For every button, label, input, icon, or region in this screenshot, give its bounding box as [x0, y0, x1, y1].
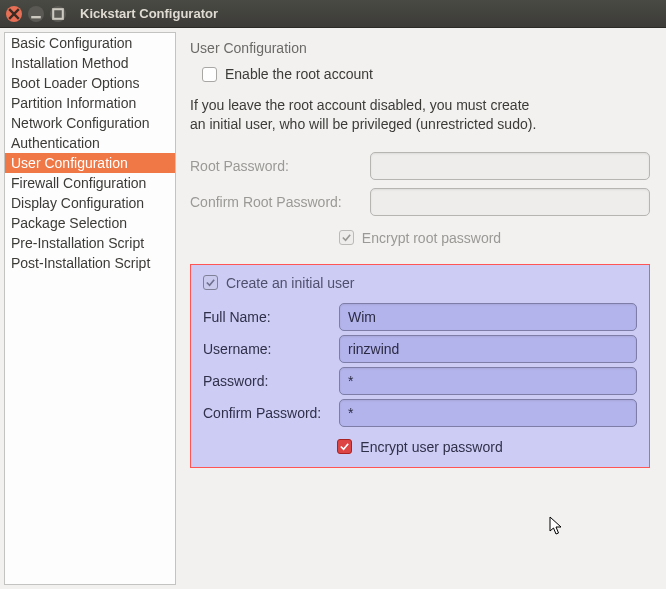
sidebar-item-display-configuration[interactable]: Display Configuration: [5, 193, 175, 213]
root-password-input: [370, 152, 650, 180]
sidebar-item-label: Display Configuration: [11, 195, 144, 211]
window-title: Kickstart Configurator: [80, 6, 218, 21]
titlebar: Kickstart Configurator: [0, 0, 666, 28]
confirm-password-label: Confirm Password:: [203, 405, 331, 421]
sidebar-item-user-configuration[interactable]: User Configuration: [5, 153, 175, 173]
sidebar-item-label: Boot Loader Options: [11, 75, 139, 91]
sidebar-item-firewall-configuration[interactable]: Firewall Configuration: [5, 173, 175, 193]
sidebar-item-network-configuration[interactable]: Network Configuration: [5, 113, 175, 133]
root-password-label: Root Password:: [190, 158, 362, 174]
full-name-input[interactable]: [339, 303, 637, 331]
sidebar-item-label: User Configuration: [11, 155, 128, 171]
sidebar-item-boot-loader-options[interactable]: Boot Loader Options: [5, 73, 175, 93]
info-text: If you leave the root account disabled, …: [190, 96, 650, 134]
sidebar-item-label: Installation Method: [11, 55, 129, 71]
confirm-password-input[interactable]: [339, 399, 637, 427]
password-label: Password:: [203, 373, 331, 389]
sidebar-item-package-selection[interactable]: Package Selection: [5, 213, 175, 233]
sidebar-item-partition-information[interactable]: Partition Information: [5, 93, 175, 113]
sidebar-item-authentication[interactable]: Authentication: [5, 133, 175, 153]
encrypt-user-password-label: Encrypt user password: [360, 439, 502, 455]
sidebar-item-label: Package Selection: [11, 215, 127, 231]
sidebar-item-label: Basic Configuration: [11, 35, 132, 51]
sidebar-item-label: Post-Installation Script: [11, 255, 150, 271]
close-icon[interactable]: [6, 6, 22, 22]
sidebar-item-basic-configuration[interactable]: Basic Configuration: [5, 33, 175, 53]
enable-root-checkbox[interactable]: [202, 67, 217, 82]
svg-rect-0: [53, 9, 63, 19]
sidebar-item-label: Firewall Configuration: [11, 175, 146, 191]
sidebar: Basic Configuration Installation Method …: [4, 32, 176, 585]
username-label: Username:: [203, 341, 331, 357]
encrypt-root-label: Encrypt root password: [362, 230, 501, 246]
maximize-icon[interactable]: [50, 6, 66, 22]
app-window: Kickstart Configurator Basic Configurati…: [0, 0, 666, 589]
sidebar-item-label: Pre-Installation Script: [11, 235, 144, 251]
sidebar-item-pre-installation-script[interactable]: Pre-Installation Script: [5, 233, 175, 253]
info-line-1: If you leave the root account disabled, …: [190, 96, 650, 115]
confirm-root-password-input: [370, 188, 650, 216]
sidebar-item-installation-method[interactable]: Installation Method: [5, 53, 175, 73]
info-line-2: an initial user, who will be privileged …: [190, 115, 650, 134]
section-title: User Configuration: [190, 40, 650, 56]
enable-root-label: Enable the root account: [225, 66, 373, 82]
sidebar-item-label: Partition Information: [11, 95, 136, 111]
username-input[interactable]: [339, 335, 637, 363]
initial-user-section: Create an initial user Full Name: Userna…: [190, 264, 650, 468]
minimize-icon[interactable]: [28, 6, 44, 22]
sidebar-item-label: Authentication: [11, 135, 100, 151]
sidebar-item-post-installation-script[interactable]: Post-Installation Script: [5, 253, 175, 273]
create-initial-user-label: Create an initial user: [226, 275, 354, 291]
content-area: Basic Configuration Installation Method …: [0, 28, 666, 589]
confirm-root-password-label: Confirm Root Password:: [190, 194, 362, 210]
create-initial-user-checkbox: [203, 275, 218, 290]
full-name-label: Full Name:: [203, 309, 331, 325]
encrypt-root-checkbox: [339, 230, 354, 245]
sidebar-item-label: Network Configuration: [11, 115, 150, 131]
password-input[interactable]: [339, 367, 637, 395]
encrypt-user-password-checkbox[interactable]: [337, 439, 352, 454]
main-panel: User Configuration Enable the root accou…: [176, 32, 662, 585]
